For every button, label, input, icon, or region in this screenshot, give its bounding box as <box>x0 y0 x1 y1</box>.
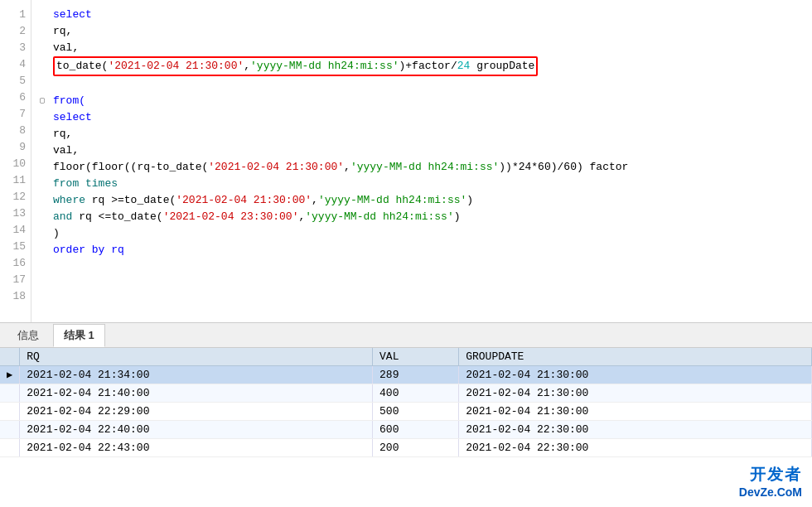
code-content: val, <box>53 40 804 56</box>
col-val: VAL <box>373 348 459 366</box>
token: ) <box>466 194 473 206</box>
line-number: 9 <box>0 139 26 156</box>
tab-result[interactable]: 结果 1 <box>53 324 105 347</box>
token: , <box>244 60 250 72</box>
token: from( <box>53 94 85 107</box>
line-number: 3 <box>0 40 26 56</box>
token: '2021-02-04 21:30:00' <box>208 161 344 173</box>
code-line: where rq >=to_date('2021-02-04 21:30:00'… <box>40 192 804 209</box>
result-panel: 信息 结果 1 RQ VAL GROUPDATE ▶2021-02-04 21:… <box>0 323 812 507</box>
token: and <box>53 210 72 223</box>
token: rq, <box>53 25 72 37</box>
cell-groupdate: 2021-02-04 21:30:00 <box>459 384 812 403</box>
watermark-bottom: DevZe.CoM <box>739 485 802 499</box>
token: ) <box>454 210 461 223</box>
cell-rq: 2021-02-04 21:40:00 <box>20 384 373 403</box>
code-content: where rq >=to_date('2021-02-04 21:30:00'… <box>53 192 804 209</box>
code-line: select <box>40 7 804 23</box>
token: val, <box>53 144 79 157</box>
code-content: val, <box>53 142 804 159</box>
cell-rq: 2021-02-04 22:29:00 <box>20 403 373 421</box>
token: where <box>53 194 85 206</box>
col-rq: RQ <box>20 348 373 366</box>
line-number: 1 <box>0 7 26 23</box>
line-number: 17 <box>0 272 26 288</box>
table-row[interactable]: 2021-02-04 22:40:006002021-02-04 22:30:0… <box>0 421 812 439</box>
col-groupdate: GROUPDATE <box>459 348 812 366</box>
token: '2021-02-04 23:30:00' <box>163 210 299 223</box>
code-content: select <box>53 7 804 23</box>
token: floor(floor((rq-to_date( <box>53 161 208 173</box>
result-table-wrapper[interactable]: RQ VAL GROUPDATE ▶2021-02-04 21:34:00289… <box>0 348 812 507</box>
token: 'yyyy-MM-dd hh24:mi:ss' <box>318 194 466 206</box>
cell-rq: 2021-02-04 22:43:00 <box>20 439 373 457</box>
table-header-row: RQ VAL GROUPDATE <box>0 348 812 366</box>
tab-info[interactable]: 信息 <box>7 324 50 347</box>
code-line: and rq <=to_date('2021-02-04 23:30:00','… <box>40 209 804 225</box>
code-line: val, <box>40 142 804 159</box>
col-indicator <box>0 348 20 366</box>
table-row[interactable]: ▶2021-02-04 21:34:002892021-02-04 21:30:… <box>0 366 812 384</box>
token: 'yyyy-MM-dd hh24:mi:ss' <box>305 210 453 223</box>
token: , <box>344 161 350 173</box>
code-line: ▢ from( <box>40 93 804 109</box>
row-indicator <box>0 403 20 421</box>
token: rq <=to_date( <box>72 210 162 223</box>
cell-val: 200 <box>373 439 459 457</box>
table-row[interactable]: 2021-02-04 22:43:002002021-02-04 22:30:0… <box>0 439 812 457</box>
token: rq >=to_date( <box>85 194 176 206</box>
token: order by rq <box>53 244 124 256</box>
code-line: ) <box>40 225 804 242</box>
token: )+factor/ <box>399 60 457 72</box>
watermark-top: 开发者 <box>750 464 802 485</box>
code-line <box>40 275 804 292</box>
line-number: 15 <box>0 239 26 255</box>
code-content: and rq <=to_date('2021-02-04 23:30:00','… <box>53 209 804 225</box>
cell-val: 289 <box>373 366 459 384</box>
code-line: order by rq <box>40 242 804 258</box>
table-body: ▶2021-02-04 21:34:002892021-02-04 21:30:… <box>0 366 812 457</box>
line-number: 10 <box>0 156 26 172</box>
row-indicator <box>0 384 20 403</box>
code-area[interactable]: select rq, val, to_date('2021-02-04 21:3… <box>31 0 812 322</box>
cell-val: 400 <box>373 384 459 403</box>
line-number: 7 <box>0 106 26 123</box>
fold-icon[interactable]: ▢ <box>40 93 53 109</box>
token: '2021-02-04 21:30:00' <box>108 60 244 72</box>
code-line: select <box>40 109 804 126</box>
tabs-bar: 信息 结果 1 <box>0 323 812 348</box>
line-numbers: 123456789101112131415161718 <box>0 0 31 322</box>
code-content: rq, <box>53 23 804 40</box>
cell-groupdate: 2021-02-04 22:30:00 <box>459 421 812 439</box>
code-line <box>40 258 804 275</box>
code-line <box>40 292 804 308</box>
token: rq, <box>53 128 72 140</box>
table-row[interactable]: 2021-02-04 21:40:004002021-02-04 21:30:0… <box>0 384 812 403</box>
cell-rq: 2021-02-04 21:34:00 <box>20 366 373 384</box>
cell-rq: 2021-02-04 22:40:00 <box>20 421 373 439</box>
highlight-line: to_date('2021-02-04 21:30:00','yyyy-MM-d… <box>53 56 538 76</box>
line-number: 8 <box>0 123 26 139</box>
token: '2021-02-04 21:30:00' <box>176 194 312 206</box>
code-content: from times <box>53 176 804 192</box>
token: from times <box>53 177 118 190</box>
code-content: ) <box>53 225 804 242</box>
table-row[interactable]: 2021-02-04 22:29:005002021-02-04 21:30:0… <box>0 403 812 421</box>
code-line: rq, <box>40 23 804 40</box>
row-indicator: ▶ <box>0 366 20 384</box>
token: ))*24*60)/60) factor <box>499 161 628 173</box>
code-content: rq, <box>53 126 804 142</box>
code-line: rq, <box>40 126 804 142</box>
token: ) <box>53 227 60 239</box>
code-content: floor(floor((rq-to_date('2021-02-04 21:3… <box>53 159 804 176</box>
token: 24 <box>457 60 471 72</box>
line-number: 13 <box>0 205 26 222</box>
cell-val: 600 <box>373 421 459 439</box>
code-content: to_date('2021-02-04 21:30:00','yyyy-MM-d… <box>53 56 804 76</box>
cell-groupdate: 2021-02-04 21:30:00 <box>459 403 812 421</box>
token: , <box>312 194 318 206</box>
code-line: floor(floor((rq-to_date('2021-02-04 21:3… <box>40 159 804 176</box>
line-number: 2 <box>0 23 26 40</box>
line-number: 12 <box>0 189 26 205</box>
line-number: 11 <box>0 172 26 189</box>
